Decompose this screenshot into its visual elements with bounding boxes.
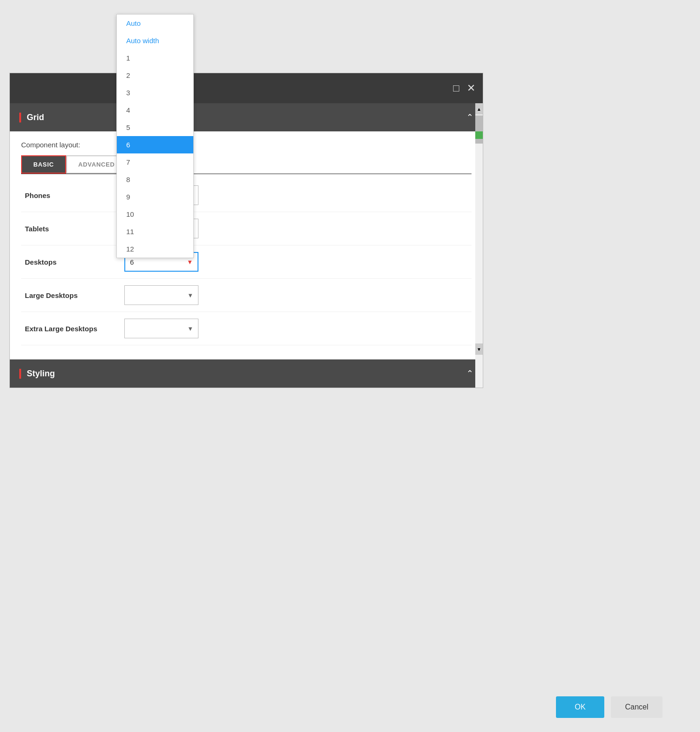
xl-desktops-arrow: ▼ [187,325,193,332]
xl-desktops-select-container: ▼ [124,319,198,338]
grid-panel-header: Grid ⌃ [10,103,483,131]
dropdown-item-8[interactable]: 8 [117,171,193,188]
scrollbar-down-button[interactable]: ▼ [475,343,483,355]
cancel-button[interactable]: Cancel [611,696,662,718]
dropdown-item-3[interactable]: 3 [117,84,193,101]
xl-desktops-select[interactable]: ▼ [124,319,198,338]
dropdown-item-4[interactable]: 4 [117,101,193,119]
dropdown-item-10[interactable]: 10 [117,206,193,223]
large-desktops-arrow: ▼ [187,292,193,299]
desktops-arrow: ▼ [187,259,193,266]
dropdown-item-11[interactable]: 11 [117,223,193,240]
row-large-desktops: Large Desktops ▼ [21,279,472,312]
styling-section-header: Styling ⌃ [10,359,483,388]
scrollbar-up-button[interactable]: ▲ [475,103,483,114]
panel-body: Component layout: BASIC ADVANCED Phones … [10,131,483,345]
large-desktops-select-container: ▼ [124,285,198,305]
footer-buttons: OK Cancel [556,696,662,718]
modal-titlebar: □ ✕ [10,73,483,103]
ok-button[interactable]: OK [556,696,604,718]
dropdown-item-6[interactable]: 6 [117,136,193,153]
scrollbar-indicator [475,131,483,139]
styling-chevron[interactable]: ⌃ [466,368,473,379]
tabs-row: BASIC ADVANCED [21,155,472,174]
dropdown-item-12[interactable]: 12 [117,240,193,258]
titlebar-controls: □ ✕ [453,82,475,94]
desktops-label: Desktops [21,258,124,266]
dropdown-item-7[interactable]: 7 [117,153,193,171]
desktops-value: 6 [130,258,134,266]
component-layout-label: Component layout: [21,141,472,149]
dropdown-item-2[interactable]: 2 [117,67,193,84]
grid-panel-chevron[interactable]: ⌃ [466,112,473,122]
dropdown-item-9[interactable]: 9 [117,188,193,206]
grid-rows-container: Phones ▼ Tablets ▼ [21,174,472,345]
tablets-label: Tablets [21,225,124,233]
row-tablets: Tablets ▼ [21,212,472,245]
row-desktops: Desktops 6 ▼ [21,245,472,279]
row-phones: Phones ▼ [21,179,472,212]
large-desktops-select[interactable]: ▼ [124,285,198,305]
close-icon[interactable]: ✕ [467,82,475,94]
maximize-icon[interactable]: □ [453,82,459,94]
phones-label: Phones [21,191,124,199]
grid-panel-title: Grid [19,113,44,122]
xl-desktops-label: Extra Large Desktops [21,325,124,333]
dropdown-item-auto-width[interactable]: Auto width [117,32,193,49]
modal-panel: □ ✕ Grid ⌃ Component layout: BASIC ADVAN… [9,73,483,388]
large-desktops-label: Large Desktops [21,291,124,299]
dropdown-menu: Auto Auto width 1 2 3 4 5 6 7 8 9 10 11 … [116,14,194,258]
tab-basic[interactable]: BASIC [21,155,66,174]
dropdown-item-5[interactable]: 5 [117,119,193,136]
dropdown-item-auto[interactable]: Auto [117,15,193,32]
styling-title: Styling [19,369,55,379]
row-xl-desktops: Extra Large Desktops ▼ [21,312,472,345]
scrollbar-thumb[interactable] [475,115,483,144]
dropdown-item-1[interactable]: 1 [117,49,193,67]
